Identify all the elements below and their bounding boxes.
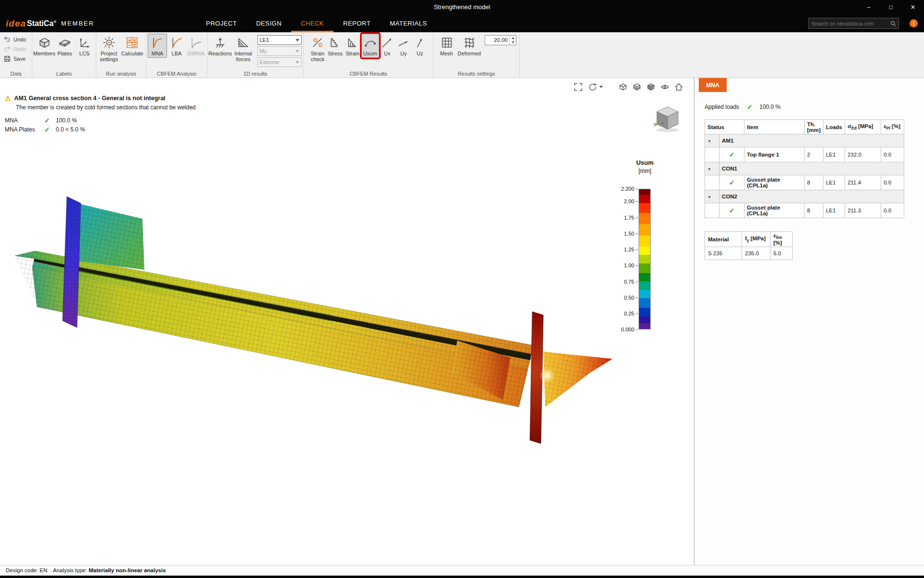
navigation-cube[interactable]: x [651, 103, 684, 134]
tab-materials[interactable]: MATERIALS [380, 14, 436, 32]
model-3d-view[interactable] [0, 78, 694, 565]
plate-check-table: Status Item Th.[mm] Loads σEd [MPa] εPl … [705, 119, 904, 218]
stress-icon [329, 36, 342, 49]
tab-mna-results[interactable]: MNA [699, 78, 727, 92]
legend-tick: 2.200 [603, 186, 634, 192]
maximize-button[interactable]: □ [880, 0, 902, 14]
members-button[interactable]: Members [34, 34, 55, 58]
reactions-button[interactable]: Reactions [209, 34, 231, 58]
view-box-wire-icon[interactable] [618, 82, 628, 92]
group-label-cbfem-analysis: CBFEM Analysis [146, 71, 207, 77]
rotate-options-chevron-icon[interactable] [599, 86, 603, 88]
tab-report[interactable]: REPORT [334, 14, 380, 32]
stress-button[interactable]: Stress [327, 34, 344, 58]
component-select[interactable]: My [257, 46, 302, 56]
load-case-select[interactable]: LE1 [257, 35, 302, 45]
search-icon [890, 21, 896, 26]
loads-cell: LE1 [823, 203, 845, 218]
info-icon[interactable]: i [910, 19, 918, 27]
visibility-icon[interactable] [660, 82, 669, 92]
extreme-select[interactable]: Extreme [257, 57, 302, 67]
ux-button[interactable]: Ux [379, 34, 396, 58]
deformed-icon [463, 36, 476, 49]
sigma-cell: 211.4 [845, 175, 881, 190]
legend-tick: 1.25 [603, 247, 634, 252]
usum-button[interactable]: Usum [361, 34, 379, 58]
strain-button[interactable]: Strain [344, 34, 361, 58]
uz-button[interactable]: Uz [412, 34, 428, 58]
project-settings-button[interactable]: Project settings [98, 34, 120, 64]
plates-button[interactable]: Plates [55, 34, 75, 58]
analysis-summary: ⚠ AM1 General cross section 4 - General … [5, 94, 196, 134]
legend-tick: 0.50 [603, 295, 634, 301]
lba-button[interactable]: LBA [167, 34, 186, 58]
home-view-icon[interactable] [674, 82, 683, 92]
design-code-status: Design code: EN [6, 567, 47, 573]
bottom-edge [0, 576, 924, 578]
redo-button[interactable]: Redo [1, 44, 30, 54]
table-row[interactable]: ✓ Gusset plate (CPL1a) 8 LE1 211.3 0.0 [705, 203, 904, 218]
mesh-button[interactable]: Mesh [436, 34, 457, 58]
status-check-icon: ✓ [729, 207, 735, 214]
tab-check[interactable]: CHECK [291, 14, 334, 32]
col-fy: fy [MPa] [742, 232, 770, 247]
rotate-view-icon[interactable] [588, 82, 597, 92]
view-box-solid-icon[interactable] [646, 82, 655, 92]
close-button[interactable]: ✕ [902, 0, 924, 14]
collapse-triangle-icon[interactable]: ▼ [707, 167, 711, 171]
mna-button[interactable]: MNA [148, 34, 167, 58]
check-icon: ✓ [44, 126, 56, 133]
logo-idea: idea [6, 18, 26, 29]
fy-cell: 235.0 [742, 247, 770, 260]
lcs-button[interactable]: LCS [75, 34, 94, 58]
members-icon [38, 36, 51, 49]
deformed-scale-spinner[interactable]: 20.00 [485, 35, 516, 45]
group-row-am1[interactable]: ▼ AM1 [705, 134, 904, 147]
table-row[interactable]: ✓ Top flange 1 2 LE1 232.0 0.0 [705, 147, 904, 162]
analysis-type-status: Analysis type: Materially non-linear ana… [53, 567, 166, 573]
group-row-con1[interactable]: ▼ CON1 [705, 162, 904, 175]
loads-cell: LE1 [823, 175, 845, 190]
tab-design[interactable]: DESIGN [246, 14, 291, 32]
ribbon-group-labels: Members Plates LCS Labels [32, 32, 96, 78]
results-panel: MNA Applied loads ✓ 100.0 % Status Item … [695, 78, 924, 565]
lcs-icon [78, 36, 91, 49]
search-box[interactable] [808, 18, 899, 29]
eps-lim-cell: 5.0 [770, 247, 793, 260]
uy-button[interactable]: Uy [396, 34, 412, 58]
loads-cell: LE1 [823, 147, 845, 162]
strain-check-button[interactable]: Strain check [309, 34, 327, 64]
deformed-button[interactable]: Deformed [457, 34, 482, 58]
item-cell: Top flange 1 [744, 147, 805, 162]
group-row-con2[interactable]: ▼ CON2 [705, 190, 904, 203]
tab-project[interactable]: PROJECT [196, 14, 246, 32]
search-input[interactable] [811, 21, 890, 26]
uy-icon [397, 36, 410, 49]
ribbon-group-cbfem-results: Strain check Stress Strain Usum Ux Uy [304, 32, 434, 78]
collapse-triangle-icon[interactable]: ▼ [707, 195, 711, 199]
collapse-triangle-icon[interactable]: ▼ [707, 139, 711, 144]
save-button[interactable]: Save [1, 54, 30, 64]
undo-button[interactable]: Undo [1, 35, 30, 44]
material-row[interactable]: S 235 235.0 5.0 [705, 247, 793, 260]
calculate-button[interactable]: Calculate [120, 34, 144, 58]
strain-check-icon [311, 36, 324, 49]
internal-forces-button[interactable]: Internal forces [231, 34, 256, 64]
plates-icon [58, 36, 71, 49]
legend-tick: 2.00 [603, 198, 634, 204]
view-box-section-icon[interactable] [632, 82, 642, 92]
chevron-down-icon [295, 61, 299, 64]
undo-icon [4, 36, 11, 43]
table-row[interactable]: ✓ Gusset plate (CPL1a) 8 LE1 211.4 0.0 [705, 175, 904, 190]
col-status: Status [705, 120, 744, 134]
ribbon-group-data: Undo Redo Save Data [0, 32, 32, 78]
fit-view-icon[interactable] [574, 82, 583, 92]
gmnia-button[interactable]: GMNIA [186, 34, 205, 58]
minimize-button[interactable]: – [858, 0, 880, 14]
group-label-results-settings: Results settings [434, 71, 519, 77]
spinner-up-icon[interactable] [510, 36, 516, 40]
window-title: Strengthened model [0, 0, 924, 14]
status-check-icon: ✓ [729, 151, 735, 158]
spinner-down-icon[interactable] [510, 40, 516, 45]
save-icon [4, 55, 11, 62]
